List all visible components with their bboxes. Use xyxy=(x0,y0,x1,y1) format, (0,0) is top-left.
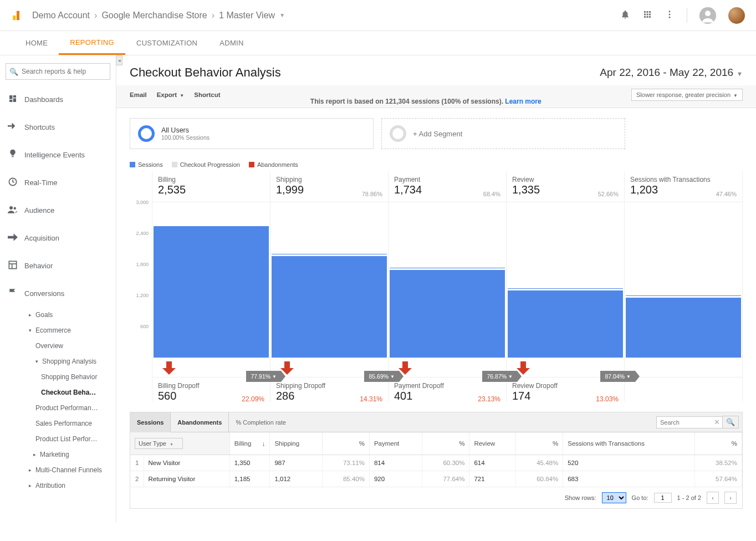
flow-rate-tag[interactable]: 76.87%▼ xyxy=(482,371,517,382)
funnel-col-label: Review xyxy=(512,176,619,183)
account-icon[interactable] xyxy=(699,7,716,24)
ga-logo-icon xyxy=(11,10,22,21)
funnel-bar[interactable] xyxy=(154,226,269,358)
funnel-bar[interactable] xyxy=(272,254,387,358)
data-table: Sessions Abandonments % Completion rate … xyxy=(130,412,743,509)
funnel-bar[interactable] xyxy=(626,295,741,358)
svg-point-10 xyxy=(9,206,13,210)
nav-product-performance[interactable]: Product Performan… xyxy=(0,400,116,416)
nav-attribution[interactable]: ▸Attribution xyxy=(0,478,116,493)
nav-dashboards[interactable]: Dashboards xyxy=(0,85,116,113)
svg-point-2 xyxy=(669,11,671,12)
breadcrumb-view[interactable]: 1 Master View xyxy=(219,11,275,21)
breadcrumb-account[interactable]: Demo Account xyxy=(32,11,90,21)
th-pct[interactable]: % xyxy=(422,432,469,455)
sidebar-collapse-icon[interactable]: ◂ xyxy=(116,55,122,65)
tab-admin[interactable]: ADMIN xyxy=(208,31,254,55)
nav-behavior[interactable]: Behavior xyxy=(0,252,116,279)
search-go-button[interactable]: 🔍 xyxy=(722,416,739,428)
nav-intel[interactable]: Intelligence Events xyxy=(0,141,116,169)
th-pct[interactable]: % xyxy=(694,432,742,455)
apps-icon[interactable] xyxy=(642,9,652,21)
flow-rate-tag[interactable]: 87.04%▼ xyxy=(600,371,635,382)
rows-per-page-select[interactable]: 10 xyxy=(602,492,626,503)
dashboard-icon xyxy=(7,94,19,105)
funnel-col-label: Payment xyxy=(394,176,500,183)
nav-acquisition[interactable]: Acquisition xyxy=(0,224,116,252)
svg-point-4 xyxy=(669,17,671,18)
table-row[interactable]: 1New Visitor1,35098773.11%81460.30%61445… xyxy=(130,455,742,471)
nav-sales-performance[interactable]: Sales Performance xyxy=(0,416,116,431)
date-range-picker[interactable]: Apr 22, 2016 - May 22, 2016▼ xyxy=(600,67,743,79)
nav-audience[interactable]: Audience xyxy=(0,196,116,224)
table-row[interactable]: 2Returning Visitor1,1851,01285.40%92077.… xyxy=(130,471,742,487)
tab-home[interactable]: HOME xyxy=(14,31,59,55)
search-icon: 🔍 xyxy=(9,68,18,76)
email-action[interactable]: Email xyxy=(130,91,147,98)
svg-rect-25 xyxy=(520,361,526,368)
th-payment[interactable]: Payment xyxy=(369,432,422,455)
funnel-bar[interactable] xyxy=(508,288,623,358)
add-segment-button[interactable]: + Add Segment xyxy=(381,118,625,149)
funnel-chart: 3,0002,4001,8001,200600Billing2,53577.91… xyxy=(116,171,756,412)
chevron-down-icon: ▼ xyxy=(733,93,738,98)
search-input[interactable] xyxy=(22,68,106,75)
nav-multichannel[interactable]: ▸Multi-Channel Funnels xyxy=(0,462,116,478)
search-reports[interactable]: 🔍 xyxy=(6,63,110,80)
export-action[interactable]: Export ▼ xyxy=(157,91,185,98)
nav-goals[interactable]: ▸Goals xyxy=(0,307,116,323)
nav-ecommerce[interactable]: ▾Ecommerce xyxy=(0,323,116,338)
precision-selector[interactable]: Slower response, greater precision ▼ xyxy=(631,89,743,101)
funnel-col-label: Sessions with Transactions xyxy=(630,176,737,183)
breadcrumb-property[interactable]: Google Merchandise Store xyxy=(101,11,207,21)
th-swt[interactable]: Sessions with Transactions xyxy=(563,432,694,455)
table-tab-sessions[interactable]: Sessions xyxy=(130,412,171,432)
th-billing[interactable]: Billing↓ xyxy=(229,432,270,455)
flow-rate-tag[interactable]: 85.69%▼ xyxy=(364,371,399,382)
chevron-down-icon: ▼ xyxy=(508,374,513,379)
segment-all-users[interactable]: All Users100.00% Sessions xyxy=(130,118,374,149)
dimension-selector[interactable]: User Type xyxy=(130,432,229,455)
table-tab-abandon[interactable]: Abandonments xyxy=(171,412,229,432)
nav-product-list[interactable]: Product List Perfor… xyxy=(0,431,116,447)
learn-more-link[interactable]: Learn more xyxy=(505,98,541,105)
chevron-down-icon[interactable]: ▼ xyxy=(279,12,285,18)
next-page-button[interactable]: › xyxy=(724,492,737,504)
nav-checkout-behavior[interactable]: Checkout Beha… xyxy=(0,385,116,400)
nav-marketing[interactable]: ▸Marketing xyxy=(0,447,116,462)
tab-reporting[interactable]: REPORTING xyxy=(59,31,125,55)
bell-icon[interactable] xyxy=(620,9,630,21)
svg-point-7 xyxy=(8,125,9,126)
svg-point-8 xyxy=(9,125,11,126)
prev-page-button[interactable]: ‹ xyxy=(707,492,719,504)
th-pct[interactable]: % xyxy=(322,432,369,455)
nav-conversions[interactable]: Conversions xyxy=(0,279,116,307)
goto-input[interactable] xyxy=(654,493,672,503)
table-tab-completion[interactable]: % Completion rate xyxy=(229,412,293,432)
nav-shopping-behavior[interactable]: Shopping Behavior xyxy=(0,369,116,385)
svg-rect-12 xyxy=(9,261,16,268)
th-review[interactable]: Review xyxy=(469,432,515,455)
more-vert-icon[interactable] xyxy=(665,9,675,21)
funnel-col-pct: 68.4% xyxy=(483,191,500,197)
chevron-down-icon: ▼ xyxy=(737,70,743,77)
th-shipping[interactable]: Shipping xyxy=(270,432,322,455)
tab-customization[interactable]: CUSTOMIZATION xyxy=(125,31,208,55)
shortcut-action[interactable]: Shortcut xyxy=(194,91,220,98)
nav-shortcuts[interactable]: Shortcuts xyxy=(0,113,116,141)
arrow-icon xyxy=(7,233,19,243)
breadcrumb[interactable]: Demo Account› Google Merchandise Store› … xyxy=(32,11,289,21)
svg-point-6 xyxy=(705,11,711,16)
table-search-input[interactable] xyxy=(656,416,723,428)
svg-point-3 xyxy=(669,14,671,16)
funnel-col-pct: 52.66% xyxy=(598,191,619,197)
nav-shopping-analysis[interactable]: ▾Shopping Analysis xyxy=(0,354,116,369)
nav-overview[interactable]: Overview xyxy=(0,338,116,354)
user-avatar[interactable] xyxy=(728,7,745,24)
th-pct[interactable]: % xyxy=(515,432,563,455)
dropoff-label: Billing Dropoff xyxy=(158,382,264,390)
funnel-bar[interactable] xyxy=(390,268,505,358)
nav-realtime[interactable]: Real-Time xyxy=(0,169,116,196)
flow-rate-tag[interactable]: 77.91%▼ xyxy=(246,371,281,382)
clear-icon[interactable]: ✕ xyxy=(714,418,720,426)
